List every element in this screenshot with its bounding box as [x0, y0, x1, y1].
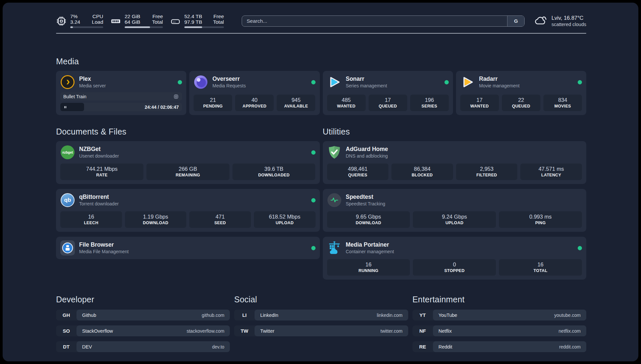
stat-value: 9.65 Gbps [328, 213, 409, 220]
main-content: Media PlexMedia serverBullet Train24:44 … [3, 57, 638, 352]
weather-widget[interactable]: Lviv, 16.87°C scattered clouds [534, 15, 586, 27]
stat-series: 196SERIES [410, 95, 449, 111]
resource-usage-bar [184, 26, 224, 28]
bookmark-linkedin[interactable]: LILinkedInlinkedin.com [234, 310, 408, 320]
service-name: qBittorrent [79, 194, 119, 200]
radarr-icon [460, 75, 475, 89]
service-description: Torrent downloader [79, 201, 119, 207]
gear-icon[interactable] [173, 94, 179, 100]
stat-value: 498,461 [328, 166, 387, 172]
stat-upload: 618.52 MbpsUPLOAD [254, 211, 316, 228]
search-bar[interactable]: G [242, 15, 525, 27]
search-engine-button[interactable]: G [507, 16, 524, 26]
stat-value: 0 [414, 261, 495, 268]
status-dot [578, 246, 582, 250]
qbittorrent-icon: qb [60, 193, 75, 207]
bookmark-name: DEV [82, 344, 92, 349]
service-stats: 744.21 MbpsRATE266 GBREMAINING39.6 TBDOW… [60, 164, 316, 180]
now-playing-title: Bullet Train [63, 94, 86, 99]
status-dot [578, 80, 582, 84]
bookmark-abbr: LI [234, 310, 255, 320]
stat-value: 47.571 ms [522, 166, 581, 172]
bookmark-youtube[interactable]: YTYouTubeyoutube.com [412, 310, 586, 320]
resource-widgets: 7%3.24CPULoad22 GiB64 GiBFreeTotal52.4 T… [56, 14, 231, 28]
bookmark-name: LinkedIn [260, 313, 278, 318]
bookmark-netflix[interactable]: NFNetflixnetflix.com [412, 325, 586, 336]
stat-label: DOWNLOAD [328, 221, 409, 226]
pause-icon [63, 105, 68, 109]
documents-card-stack: nzbgetNZBGetUsenet downloader744.21 Mbps… [56, 141, 320, 259]
bookmark-url: linkedin.com [377, 313, 403, 318]
service-card-file-browser[interactable]: File BrowserMedia File Management [56, 237, 320, 259]
service-card-adguard-home[interactable]: AdGuard HomeDNS and adblocking498,461QUE… [323, 141, 587, 184]
stat-value: 16 [500, 261, 581, 268]
section-media: Media PlexMedia serverBullet Train24:44 … [56, 57, 586, 115]
service-description: Series management [346, 83, 387, 89]
stat-value: 40 [236, 97, 272, 103]
resource-labels: FreeTotal [213, 14, 224, 25]
nzbget-icon: nzbget [60, 145, 75, 160]
service-name: Plex [79, 76, 106, 82]
stat-label: UPLOAD [414, 221, 495, 226]
status-dot [444, 80, 449, 84]
stat-label: REMAINING [148, 173, 228, 178]
service-name: Speedtest [346, 194, 385, 200]
bookmark-url: reddit.com [559, 344, 581, 349]
two-column-area: Documents & Files nzbgetNZBGetUsenet dow… [56, 127, 586, 280]
stat-queued: 22QUEUED [502, 95, 540, 111]
section-title-utilities: Utilities [323, 127, 587, 136]
stat-blocked: 86,384BLOCKED [391, 164, 453, 180]
stat-stopped: 0STOPPED [413, 259, 496, 276]
service-card-media-portainer[interactable]: Media PortainerContainer management16RUN… [323, 237, 587, 280]
bookmark-twitter[interactable]: TWTwittertwitter.com [234, 325, 408, 336]
bookmark-group-title: Social [234, 295, 408, 304]
service-card-overseerr[interactable]: OverseerrMedia Requests21PENDING40APPROV… [189, 71, 320, 115]
bookmark-github[interactable]: GHGithubgithub.com [56, 310, 230, 320]
service-card-radarr[interactable]: RadarrMovie management17WANTED22QUEUED83… [456, 71, 586, 115]
search-input[interactable] [242, 16, 507, 26]
stat-value: 834 [545, 97, 581, 103]
bookmark-name: Netflix [439, 328, 452, 334]
bookmark-url: netflix.com [559, 328, 581, 334]
service-card-qbittorrent[interactable]: qbqBittorrentTorrent downloader16LEECH1.… [56, 189, 320, 232]
bookmark-url: github.com [202, 313, 224, 318]
bookmark-group-title: Entertainment [412, 295, 586, 304]
stat-value: 2,953 [457, 166, 516, 172]
stat-label: LEECH [62, 221, 121, 226]
bookmark-dev[interactable]: DTDEVdev.to [56, 341, 230, 352]
stat-label: PING [500, 221, 581, 226]
stat-label: RATE [62, 173, 142, 178]
bookmark-stackoverflow[interactable]: SOStackOverflowstackoverflow.com [56, 325, 230, 336]
service-card-nzbget[interactable]: nzbgetNZBGetUsenet downloader744.21 Mbps… [56, 141, 320, 184]
bookmark-reddit[interactable]: RERedditreddit.com [412, 341, 586, 352]
ram-icon [110, 16, 121, 26]
status-dot [311, 198, 316, 202]
bookmark-abbr: YT [412, 310, 433, 320]
sonarr-icon [327, 75, 342, 89]
stat-value: 485 [328, 97, 364, 103]
cpu-icon [56, 16, 67, 26]
adguard-icon [327, 145, 342, 160]
section-title-media: Media [56, 57, 586, 66]
service-description: Media server [79, 83, 106, 89]
stat-label: DOWNLOAD [126, 221, 185, 226]
service-card-plex[interactable]: PlexMedia serverBullet Train24:44 / 02:0… [56, 71, 186, 115]
service-name: Sonarr [346, 76, 387, 82]
stat-label: FILTERED [457, 173, 516, 178]
stat-label: APPROVED [236, 104, 272, 109]
stat-wanted: 17WANTED [460, 95, 499, 111]
resource-values: 7%3.24 [70, 14, 80, 25]
service-stats: 498,461QUERIES86,384BLOCKED2,953FILTERED… [327, 164, 582, 180]
service-card-sonarr[interactable]: SonarrSeries management485WANTED17QUEUED… [323, 71, 453, 115]
bookmark-abbr: RE [412, 341, 433, 352]
stat-value: 618.52 Mbps [255, 213, 314, 220]
stat-total: 16TOTAL [499, 259, 582, 276]
service-stats: 21PENDING40APPROVED945AVAILABLE [194, 95, 315, 111]
stat-label: PENDING [195, 104, 231, 109]
service-description: Usenet downloader [79, 153, 119, 159]
stat-upload: 9.24 GbpsUPLOAD [413, 211, 496, 228]
resource-labels: CPULoad [92, 14, 103, 25]
stat-label: WANTED [328, 104, 364, 109]
service-card-speedtest[interactable]: SpeedtestSpeedtest Tracking9.65 GbpsDOWN… [323, 189, 587, 232]
service-description: DNS and adblocking [346, 153, 388, 159]
